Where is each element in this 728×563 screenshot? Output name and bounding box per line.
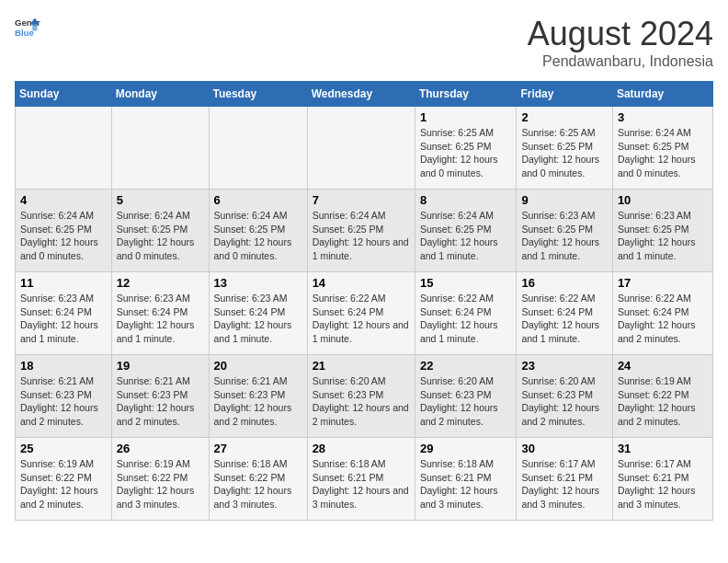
- day-info: Sunrise: 6:19 AMSunset: 6:22 PMDaylight:…: [618, 374, 708, 429]
- calendar-cell: 22Sunrise: 6:20 AMSunset: 6:23 PMDayligh…: [415, 355, 517, 438]
- day-number: 23: [521, 359, 607, 373]
- calendar-cell: 15Sunrise: 6:22 AMSunset: 6:24 PMDayligh…: [415, 272, 517, 355]
- page-header: General Blue August 2024 Pendawanbaru, I…: [15, 15, 713, 70]
- weekday-header: Saturday: [612, 82, 712, 107]
- calendar-cell: 12Sunrise: 6:23 AMSunset: 6:24 PMDayligh…: [111, 272, 209, 355]
- day-number: 5: [117, 193, 204, 207]
- day-info: Sunrise: 6:21 AMSunset: 6:23 PMDaylight:…: [20, 374, 107, 429]
- weekday-header: Tuesday: [209, 82, 307, 107]
- day-number: 16: [521, 276, 607, 290]
- calendar-cell: 27Sunrise: 6:18 AMSunset: 6:22 PMDayligh…: [209, 438, 307, 521]
- calendar-cell: 26Sunrise: 6:19 AMSunset: 6:22 PMDayligh…: [111, 438, 209, 521]
- day-number: 14: [313, 276, 410, 290]
- day-number: 12: [117, 276, 204, 290]
- title-block: August 2024 Pendawanbaru, Indonesia: [528, 15, 713, 70]
- day-number: 1: [420, 110, 512, 124]
- day-info: Sunrise: 6:23 AMSunset: 6:25 PMDaylight:…: [521, 209, 607, 263]
- day-number: 28: [313, 442, 410, 455]
- day-info: Sunrise: 6:23 AMSunset: 6:24 PMDaylight:…: [214, 292, 302, 346]
- day-info: Sunrise: 6:22 AMSunset: 6:24 PMDaylight:…: [521, 292, 607, 346]
- day-info: Sunrise: 6:18 AMSunset: 6:22 PMDaylight:…: [214, 457, 302, 511]
- day-info: Sunrise: 6:20 AMSunset: 6:23 PMDaylight:…: [521, 374, 607, 429]
- calendar-cell: 21Sunrise: 6:20 AMSunset: 6:23 PMDayligh…: [307, 355, 415, 438]
- day-number: 3: [618, 110, 708, 124]
- day-info: Sunrise: 6:24 AMSunset: 6:25 PMDaylight:…: [313, 209, 410, 263]
- day-number: 7: [313, 193, 410, 207]
- calendar-cell: 11Sunrise: 6:23 AMSunset: 6:24 PMDayligh…: [16, 272, 112, 355]
- header-row: SundayMondayTuesdayWednesdayThursdayFrid…: [16, 82, 713, 107]
- logo-icon: General Blue: [15, 15, 40, 40]
- calendar-cell: 6Sunrise: 6:24 AMSunset: 6:25 PMDaylight…: [209, 190, 307, 272]
- day-number: 30: [521, 442, 607, 455]
- day-info: Sunrise: 6:22 AMSunset: 6:24 PMDaylight:…: [420, 292, 512, 346]
- day-number: 4: [20, 193, 107, 207]
- day-number: 2: [521, 110, 607, 124]
- calendar-cell: 10Sunrise: 6:23 AMSunset: 6:25 PMDayligh…: [612, 190, 712, 272]
- day-number: 19: [117, 359, 204, 373]
- day-info: Sunrise: 6:17 AMSunset: 6:21 PMDaylight:…: [521, 457, 607, 511]
- day-info: Sunrise: 6:24 AMSunset: 6:25 PMDaylight:…: [214, 209, 302, 263]
- day-number: 18: [20, 359, 107, 373]
- calendar-cell: 4Sunrise: 6:24 AMSunset: 6:25 PMDaylight…: [16, 190, 112, 272]
- day-info: Sunrise: 6:19 AMSunset: 6:22 PMDaylight:…: [20, 457, 107, 511]
- calendar-cell: 23Sunrise: 6:20 AMSunset: 6:23 PMDayligh…: [517, 355, 612, 438]
- calendar-week-row: 18Sunrise: 6:21 AMSunset: 6:23 PMDayligh…: [16, 355, 713, 438]
- day-number: 6: [214, 193, 302, 207]
- calendar-cell: 18Sunrise: 6:21 AMSunset: 6:23 PMDayligh…: [16, 355, 112, 438]
- day-number: 8: [420, 193, 512, 207]
- day-number: 13: [214, 276, 302, 290]
- day-number: 26: [117, 442, 204, 455]
- day-info: Sunrise: 6:24 AMSunset: 6:25 PMDaylight:…: [618, 126, 708, 180]
- day-info: Sunrise: 6:17 AMSunset: 6:21 PMDaylight:…: [618, 457, 708, 511]
- calendar-cell: 29Sunrise: 6:18 AMSunset: 6:21 PMDayligh…: [415, 438, 517, 521]
- calendar-week-row: 11Sunrise: 6:23 AMSunset: 6:24 PMDayligh…: [16, 272, 713, 355]
- day-info: Sunrise: 6:22 AMSunset: 6:24 PMDaylight:…: [313, 292, 410, 346]
- logo: General Blue: [15, 15, 40, 40]
- day-info: Sunrise: 6:23 AMSunset: 6:25 PMDaylight:…: [618, 209, 708, 263]
- calendar-cell: 25Sunrise: 6:19 AMSunset: 6:22 PMDayligh…: [16, 438, 112, 521]
- day-number: 10: [618, 193, 708, 207]
- day-info: Sunrise: 6:23 AMSunset: 6:24 PMDaylight:…: [20, 292, 107, 346]
- weekday-header: Monday: [111, 82, 209, 107]
- day-number: 11: [20, 276, 107, 290]
- calendar-cell: 17Sunrise: 6:22 AMSunset: 6:24 PMDayligh…: [612, 272, 712, 355]
- calendar-cell: 1Sunrise: 6:25 AMSunset: 6:25 PMDaylight…: [415, 107, 517, 190]
- day-info: Sunrise: 6:21 AMSunset: 6:23 PMDaylight:…: [214, 374, 302, 429]
- calendar-week-row: 25Sunrise: 6:19 AMSunset: 6:22 PMDayligh…: [16, 438, 713, 521]
- weekday-header: Thursday: [415, 82, 517, 107]
- calendar-cell: 28Sunrise: 6:18 AMSunset: 6:21 PMDayligh…: [307, 438, 415, 521]
- day-info: Sunrise: 6:23 AMSunset: 6:24 PMDaylight:…: [117, 292, 204, 346]
- calendar-week-row: 1Sunrise: 6:25 AMSunset: 6:25 PMDaylight…: [16, 107, 713, 190]
- calendar-cell: 8Sunrise: 6:24 AMSunset: 6:25 PMDaylight…: [415, 190, 517, 272]
- calendar-cell: 14Sunrise: 6:22 AMSunset: 6:24 PMDayligh…: [307, 272, 415, 355]
- calendar-cell: 20Sunrise: 6:21 AMSunset: 6:23 PMDayligh…: [209, 355, 307, 438]
- calendar-cell: 16Sunrise: 6:22 AMSunset: 6:24 PMDayligh…: [517, 272, 612, 355]
- day-number: 27: [214, 442, 302, 455]
- calendar-cell: 5Sunrise: 6:24 AMSunset: 6:25 PMDaylight…: [111, 190, 209, 272]
- day-number: 20: [214, 359, 302, 373]
- day-number: 17: [618, 276, 708, 290]
- day-number: 31: [618, 442, 708, 455]
- day-number: 9: [521, 193, 607, 207]
- day-number: 15: [420, 276, 512, 290]
- calendar-cell: [111, 107, 209, 190]
- day-info: Sunrise: 6:19 AMSunset: 6:22 PMDaylight:…: [117, 457, 204, 511]
- weekday-header: Sunday: [16, 82, 112, 107]
- day-info: Sunrise: 6:22 AMSunset: 6:24 PMDaylight:…: [618, 292, 708, 346]
- calendar-cell: 30Sunrise: 6:17 AMSunset: 6:21 PMDayligh…: [517, 438, 612, 521]
- day-info: Sunrise: 6:25 AMSunset: 6:25 PMDaylight:…: [420, 126, 512, 180]
- calendar-week-row: 4Sunrise: 6:24 AMSunset: 6:25 PMDaylight…: [16, 190, 713, 272]
- page-subtitle: Pendawanbaru, Indonesia: [528, 53, 713, 70]
- calendar-cell: 24Sunrise: 6:19 AMSunset: 6:22 PMDayligh…: [612, 355, 712, 438]
- calendar-cell: 13Sunrise: 6:23 AMSunset: 6:24 PMDayligh…: [209, 272, 307, 355]
- day-info: Sunrise: 6:18 AMSunset: 6:21 PMDaylight:…: [313, 457, 410, 511]
- svg-text:Blue: Blue: [15, 28, 34, 38]
- calendar-cell: 3Sunrise: 6:24 AMSunset: 6:25 PMDaylight…: [612, 107, 712, 190]
- calendar-cell: 7Sunrise: 6:24 AMSunset: 6:25 PMDaylight…: [307, 190, 415, 272]
- weekday-header: Friday: [517, 82, 612, 107]
- day-number: 22: [420, 359, 512, 373]
- day-info: Sunrise: 6:25 AMSunset: 6:25 PMDaylight:…: [521, 126, 607, 180]
- day-info: Sunrise: 6:24 AMSunset: 6:25 PMDaylight:…: [420, 209, 512, 263]
- day-info: Sunrise: 6:24 AMSunset: 6:25 PMDaylight:…: [117, 209, 204, 263]
- calendar-cell: 9Sunrise: 6:23 AMSunset: 6:25 PMDaylight…: [517, 190, 612, 272]
